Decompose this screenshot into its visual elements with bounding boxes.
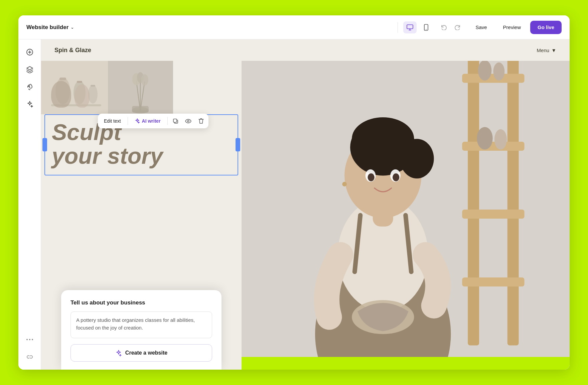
hero-right <box>242 61 570 370</box>
mobile-device-button[interactable] <box>419 21 433 33</box>
topbar-right: Save Preview Go live <box>403 21 562 34</box>
svg-point-38 <box>478 61 492 81</box>
sidebar-user-button[interactable] <box>22 350 37 364</box>
builder-title-chevron[interactable]: ⌄ <box>70 25 74 30</box>
create-website-button[interactable]: Create a website <box>70 344 212 362</box>
svg-point-54 <box>342 182 347 186</box>
svg-rect-17 <box>41 61 108 114</box>
topbar: Website builder ⌄ <box>18 15 570 39</box>
toolbar-divider-2 <box>167 117 168 125</box>
svg-rect-36 <box>462 210 524 219</box>
svg-point-8 <box>30 356 32 358</box>
desktop-device-button[interactable] <box>403 21 417 33</box>
svg-point-5 <box>29 339 30 340</box>
builder-title: Website builder <box>26 24 68 31</box>
svg-point-29 <box>187 120 189 122</box>
ai-panel-title: Tell us about your business <box>70 299 212 306</box>
site-header: Spin & Glaze Menu ▼ <box>41 39 570 61</box>
svg-rect-28 <box>173 119 177 122</box>
visibility-toggle-button[interactable] <box>182 115 194 127</box>
resize-handle-right[interactable] <box>236 138 240 151</box>
redo-button[interactable] <box>451 21 463 33</box>
ai-panel: Tell us about your business Create a web… <box>61 290 222 370</box>
svg-rect-26 <box>132 106 149 113</box>
canvas-area: Spin & Glaze Menu ▼ <box>41 39 570 370</box>
sidebar-style-button[interactable] <box>22 80 37 94</box>
hero-image-2 <box>108 61 173 114</box>
hero-section: Edit text AI writer <box>41 61 570 370</box>
sidebar-more-button[interactable] <box>22 332 37 347</box>
undo-redo-group <box>438 21 463 33</box>
svg-point-24 <box>141 74 148 86</box>
sidebar-ai-button[interactable] <box>22 97 37 112</box>
main-area: Spin & Glaze Menu ▼ <box>18 39 570 370</box>
undo-button[interactable] <box>438 21 450 33</box>
hero-left: Edit text AI writer <box>41 61 242 370</box>
svg-point-40 <box>477 127 492 150</box>
svg-point-41 <box>494 129 507 150</box>
svg-rect-35 <box>462 142 524 151</box>
floating-toolbar: Edit text AI writer <box>98 114 208 128</box>
ai-writer-button[interactable]: AI writer <box>130 115 165 127</box>
svg-point-39 <box>493 62 504 81</box>
sidebar-layers-button[interactable] <box>22 62 37 77</box>
topbar-divider <box>398 22 398 33</box>
svg-point-4 <box>26 339 28 340</box>
svg-rect-32 <box>468 61 479 345</box>
svg-rect-33 <box>507 61 519 345</box>
resize-handle-left[interactable] <box>42 138 47 151</box>
image-row <box>41 61 242 114</box>
svg-point-48 <box>400 139 434 178</box>
svg-point-6 <box>32 339 33 340</box>
copy-element-button[interactable] <box>170 115 182 127</box>
preview-button[interactable]: Preview <box>496 21 528 34</box>
svg-point-2 <box>426 29 426 30</box>
delete-element-button[interactable] <box>195 115 207 127</box>
hero-image-1 <box>41 61 108 114</box>
svg-rect-0 <box>407 25 413 29</box>
site-logo: Spin & Glaze <box>54 47 91 54</box>
site-menu-toggle[interactable]: Menu ▼ <box>537 47 556 53</box>
toolbar-divider-1 <box>128 117 128 125</box>
svg-point-52 <box>393 173 399 181</box>
sidebar <box>18 39 41 370</box>
create-website-label: Create a website <box>125 350 167 356</box>
browser-window: Website builder ⌄ <box>18 15 570 370</box>
svg-rect-37 <box>462 277 524 286</box>
go-live-button[interactable]: Go live <box>530 21 562 34</box>
svg-point-7 <box>27 356 30 358</box>
accent-bottom-bar <box>242 357 570 370</box>
save-button[interactable]: Save <box>469 21 493 34</box>
business-description-textarea[interactable] <box>70 311 212 338</box>
sidebar-add-button[interactable] <box>22 45 37 59</box>
topbar-left: Website builder ⌄ <box>26 24 392 31</box>
svg-point-51 <box>368 173 375 181</box>
edit-text-button[interactable]: Edit text <box>99 115 126 127</box>
svg-rect-34 <box>462 74 524 83</box>
